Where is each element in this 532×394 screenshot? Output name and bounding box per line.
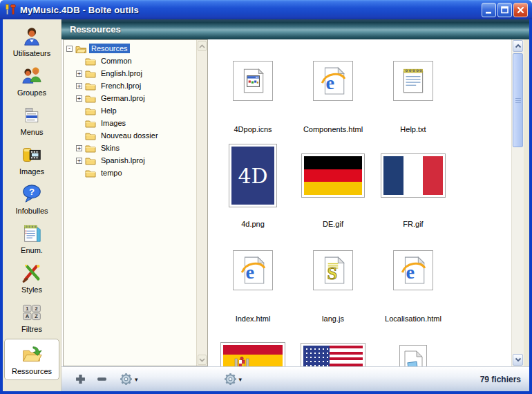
file-item[interactable] (213, 329, 293, 366)
paintbrush-icon (20, 262, 44, 284)
chevron-down-icon: ▾ (135, 376, 138, 383)
file-item[interactable] (373, 329, 453, 366)
folder-arrow-icon (20, 344, 44, 366)
spain-emblem (234, 356, 249, 366)
tree-item-resources[interactable]: - Resources (64, 42, 196, 55)
remove-button[interactable] (95, 373, 108, 386)
close-button[interactable] (513, 3, 528, 17)
folder-tree-panel: - Resources Common (63, 39, 208, 366)
tree-item-label: Images (99, 118, 128, 128)
sidebar-item-infobulles[interactable]: ? Infobulles (3, 181, 61, 221)
file-name: Help.txt (400, 125, 426, 133)
file-item[interactable]: e Index.html (213, 234, 293, 329)
tree-item-english-lproj[interactable]: + English.lproj (64, 67, 196, 79)
tree-item-spanish-lproj[interactable]: + Spanish.lproj (64, 154, 196, 167)
file-item[interactable]: Help.txt (373, 45, 453, 140)
tree-item-german-lproj[interactable]: + German.lproj (64, 92, 196, 104)
tree-item-help[interactable]: Help (64, 104, 196, 117)
tree-item-label: French.lproj (99, 81, 143, 91)
expand-icon[interactable]: + (76, 83, 82, 89)
add-button[interactable] (74, 373, 87, 386)
file-item[interactable] (293, 329, 373, 366)
sidebar-item-utilisateurs[interactable]: Utilisateurs (3, 24, 61, 63)
scroll-up-icon[interactable] (513, 40, 523, 52)
tree-item-tempo[interactable]: tempo (64, 167, 196, 179)
expand-icon[interactable]: + (76, 95, 82, 102)
actions-menu-button[interactable]: ▾ (120, 373, 138, 386)
user-icon (20, 26, 44, 48)
scroll-down-icon[interactable] (198, 355, 207, 365)
file-name: 4Dpop.icns (234, 125, 272, 133)
file-name: Components.html (303, 125, 363, 133)
sidebar-item-label: Utilisateurs (13, 49, 50, 57)
toolbox-app-icon (4, 3, 17, 16)
file-thumbnail (393, 61, 433, 101)
content-right-margin (524, 39, 529, 366)
chevron-down-icon: ▾ (239, 376, 243, 383)
svg-text:1: 1 (26, 306, 28, 312)
text-file-icon (399, 66, 428, 95)
scroll-down-icon[interactable] (513, 354, 523, 366)
options-menu-button[interactable]: ▾ (224, 373, 243, 386)
sidebar-item-ressources[interactable]: Ressources (4, 339, 59, 380)
sidebar-item-groupes[interactable]: Groupes (3, 63, 61, 102)
file-thumbnail: e (313, 61, 353, 101)
scroll-up-icon[interactable] (198, 41, 207, 51)
folder-icon (85, 94, 96, 103)
tree-item-skins[interactable]: + Skins (64, 142, 196, 154)
file-thumbnail: S (313, 250, 353, 290)
tree-item-common[interactable]: Common (64, 55, 196, 67)
folder-icon (85, 169, 96, 178)
folder-icon (85, 131, 96, 140)
folder-icon (85, 119, 96, 128)
notepad-icon (20, 223, 44, 245)
file-item[interactable]: e Components.html (293, 45, 373, 140)
expand-icon[interactable]: + (76, 145, 82, 151)
help-bubble-icon: ? (20, 183, 44, 205)
file-list-scrollbar[interactable] (511, 39, 524, 366)
file-item[interactable]: 4D 4d.png (213, 140, 293, 234)
maximize-button[interactable] (497, 3, 512, 17)
collapse-expander-icon[interactable]: - (66, 46, 73, 52)
sidebar-item-filtres[interactable]: 1 2 A Z Filtres (3, 299, 61, 339)
file-name: DE.gif (323, 220, 343, 228)
sidebar-item-styles[interactable]: Styles (3, 260, 61, 299)
file-thumbnail (381, 153, 446, 198)
bottom-toolbar: ▾ ▾ 79 fichiers (61, 366, 529, 391)
file-item[interactable]: 4Dpop.icns (213, 45, 293, 140)
file-name: FR.gif (403, 220, 423, 228)
folder-icon (85, 82, 96, 91)
film-roll-icon (20, 144, 44, 166)
sidebar-item-enum[interactable]: Enum. (3, 221, 61, 260)
file-item[interactable]: S lang.js (293, 234, 373, 329)
4d-logo-image: 4D (231, 147, 274, 205)
tree-item-nouveau-dossier[interactable]: Nouveau dossier (64, 129, 196, 142)
folder-open-icon (75, 44, 86, 53)
sidebar-item-images[interactable]: Images (3, 142, 61, 181)
tree-item-label: English.lproj (99, 68, 144, 78)
file-name: lang.js (322, 315, 344, 323)
expand-icon[interactable]: + (76, 71, 82, 77)
scrollbar-thumb[interactable] (513, 53, 523, 147)
minimize-button[interactable] (482, 3, 496, 17)
folder-icon (85, 106, 96, 115)
file-name: Index.html (236, 315, 271, 323)
icns-icon (238, 66, 267, 95)
tree-item-french-lproj[interactable]: + French.lproj (64, 79, 196, 92)
expand-icon[interactable]: + (76, 158, 82, 164)
file-item[interactable]: e Localisation.html (373, 234, 453, 329)
file-item[interactable]: DE.gif (293, 140, 373, 234)
ie-html-icon: e (238, 256, 267, 285)
sidebar-item-menus[interactable]: Menus (3, 102, 61, 142)
document-icon (402, 350, 424, 366)
file-item[interactable]: FR.gif (373, 140, 453, 234)
menu-list-icon (20, 104, 44, 126)
svg-text:A: A (26, 313, 30, 319)
sidebar-item-label: Ressources (12, 367, 52, 375)
tree-scrollbar[interactable] (196, 40, 207, 366)
title-bar[interactable]: MyMusic.4DB - Boîte outils (0, 0, 532, 19)
filter-keys-icon: 1 2 A Z (20, 301, 44, 323)
file-name: Localisation.html (385, 315, 441, 323)
tree-item-images[interactable]: Images (64, 117, 196, 129)
sidebar-item-label: Enum. (21, 246, 43, 254)
